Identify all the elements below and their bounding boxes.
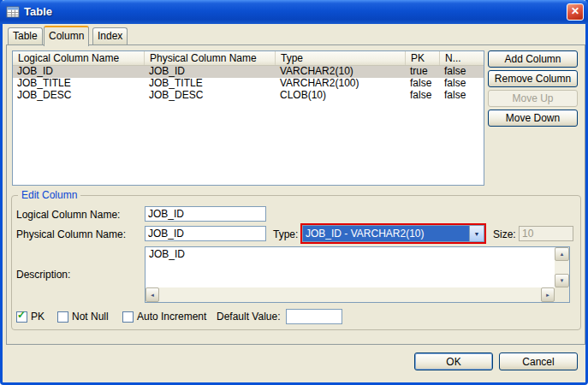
cell-logical: JOB_ID: [13, 66, 145, 78]
cell-type: CLOB(10): [276, 90, 406, 102]
titlebar[interactable]: Table ✕: [0, 0, 588, 24]
column-list: Logical Column Name Physical Column Name…: [12, 50, 484, 186]
pk-checkbox[interactable]: ✓: [16, 311, 27, 323]
description-label: Description:: [16, 267, 70, 282]
column-list-header: Logical Column Name Physical Column Name…: [13, 51, 484, 66]
table-row[interactable]: JOB_ID JOB_ID VARCHAR2(10) true false: [13, 66, 484, 78]
physical-column-name-label: Physical Column Name:: [16, 227, 126, 242]
cell-logical: JOB_TITLE: [13, 78, 145, 90]
scroll-up-icon: ▲: [560, 252, 565, 257]
description-field[interactable]: JOB_ID ▲ ▼ ◄ ►: [145, 246, 570, 303]
header-physical-column-name[interactable]: Physical Column Name: [145, 51, 276, 65]
close-button[interactable]: ✕: [567, 3, 584, 21]
description-horizontal-scrollbar[interactable]: ◄ ►: [146, 287, 555, 302]
logical-column-name-input[interactable]: [145, 206, 266, 222]
remove-column-button[interactable]: Remove Column: [488, 70, 578, 87]
scroll-left-button[interactable]: ◄: [146, 287, 159, 302]
tab-column[interactable]: Column: [44, 26, 89, 46]
type-combo-highlight: JOB_ID - VARCHAR2(10) ▼: [300, 223, 486, 244]
scroll-right-icon: ►: [545, 293, 550, 298]
scroll-down-icon: ▼: [560, 278, 565, 283]
type-label: Type:: [273, 227, 298, 242]
scroll-down-button[interactable]: ▼: [555, 274, 569, 287]
cell-not-null: false: [440, 66, 484, 78]
default-value-input[interactable]: [286, 309, 342, 324]
table-dialog: Table ✕ Table Column Index Logical Colum…: [0, 0, 588, 385]
header-logical-column-name[interactable]: Logical Column Name: [13, 51, 145, 65]
type-combobox-value: JOB_ID - VARCHAR2(10): [303, 226, 469, 241]
description-text[interactable]: JOB_ID: [146, 247, 555, 287]
cell-not-null: false: [440, 78, 484, 90]
add-column-button[interactable]: Add Column: [488, 50, 578, 68]
cell-logical: JOB_DESC: [13, 90, 145, 102]
auto-increment-checkbox[interactable]: [122, 311, 134, 323]
cancel-button[interactable]: Cancel: [499, 352, 578, 370]
physical-column-name-input[interactable]: [145, 226, 266, 241]
cell-physical: JOB_DESC: [145, 90, 276, 102]
edit-column-group: Edit Column Logical Column Name: Physica…: [11, 195, 581, 330]
not-null-checkbox[interactable]: [57, 311, 68, 323]
type-combobox[interactable]: JOB_ID - VARCHAR2(10) ▼: [302, 225, 484, 242]
chevron-down-icon: ▼: [474, 231, 480, 237]
table-row[interactable]: JOB_DESC JOB_DESC CLOB(10) false false: [13, 90, 484, 102]
cell-type: VARCHAR2(10): [276, 66, 406, 78]
tab-index[interactable]: Index: [92, 27, 128, 44]
scroll-left-icon: ◄: [150, 293, 155, 298]
cell-pk: false: [406, 90, 440, 102]
header-type[interactable]: Type: [276, 51, 406, 65]
auto-increment-label: Auto Increment: [137, 309, 206, 324]
description-vertical-scrollbar[interactable]: ▲ ▼: [555, 247, 569, 287]
move-up-button[interactable]: Move Up: [488, 90, 578, 107]
scroll-up-button[interactable]: ▲: [555, 247, 569, 261]
scroll-right-button[interactable]: ►: [541, 287, 555, 302]
header-not-null[interactable]: N...: [440, 51, 484, 65]
cell-physical: JOB_ID: [145, 66, 276, 78]
ok-button[interactable]: OK: [414, 352, 493, 370]
scrollbar-corner: [555, 287, 569, 302]
cell-not-null: false: [440, 90, 484, 102]
move-down-button[interactable]: Move Down: [488, 110, 578, 127]
not-null-label: Not Null: [72, 309, 109, 324]
table-row[interactable]: JOB_TITLE JOB_TITLE VARCHAR2(100) false …: [13, 78, 484, 90]
pk-label: PK: [31, 309, 45, 324]
checkmark-icon: ✓: [17, 309, 26, 321]
size-label: Size:: [493, 227, 516, 242]
size-input: [519, 226, 573, 241]
table-window-icon: [6, 5, 20, 19]
cell-pk: false: [406, 78, 440, 90]
close-icon: ✕: [571, 5, 579, 17]
type-combobox-dropdown-button[interactable]: ▼: [469, 226, 484, 241]
tab-table[interactable]: Table: [8, 27, 43, 44]
logical-column-name-label: Logical Column Name:: [16, 207, 120, 222]
header-pk[interactable]: PK: [406, 51, 440, 65]
window-title: Table: [24, 0, 52, 23]
cell-physical: JOB_TITLE: [145, 78, 276, 90]
cell-pk: true: [406, 66, 440, 78]
default-value-label: Default Value:: [217, 309, 281, 324]
cell-type: VARCHAR2(100): [276, 78, 406, 90]
edit-column-legend: Edit Column: [18, 189, 80, 201]
